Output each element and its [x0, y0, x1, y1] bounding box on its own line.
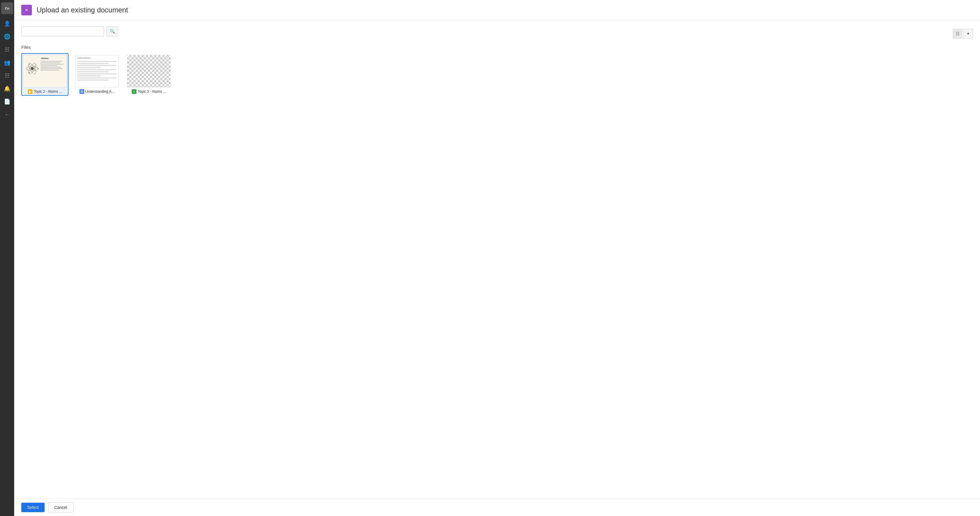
atoms-image: Atoms: [23, 55, 67, 87]
files-grid: Atoms: [21, 53, 973, 96]
svg-point-4: [38, 68, 39, 69]
slides-icon-1: ▶: [28, 89, 32, 94]
file-name-1: ▶ Topic 2 - Atoms ...: [28, 89, 62, 94]
settings-view-button[interactable]: ✦: [964, 29, 973, 38]
search-icon: 🔍: [110, 29, 115, 33]
svg-point-6: [29, 72, 30, 73]
file-thumbnail-2: Understanding A...: [75, 55, 119, 88]
sidebar-icon-globe[interactable]: 🌐: [1, 31, 13, 43]
svg-point-5: [29, 64, 30, 65]
sidebar-icon-list[interactable]: ☷: [1, 70, 13, 81]
dialog-footer: Select Cancel: [14, 498, 980, 516]
settings-icon: ✦: [966, 31, 970, 36]
files-label: Files: [21, 45, 973, 49]
checkerboard-image: [127, 55, 170, 87]
sidebar-icon-layers[interactable]: ☷: [1, 44, 13, 56]
sheets-icon-3: +: [132, 89, 137, 94]
dialog-title: Upload an existing document: [37, 6, 128, 14]
search-row: 🔍 ☷ ✦: [21, 26, 973, 41]
file-thumbnail-1: Atoms: [23, 55, 67, 88]
file-card-1[interactable]: Atoms: [21, 53, 68, 96]
file-thumbnail-3: [127, 55, 171, 88]
file-card-3[interactable]: + Topic 3 - Atoms ...: [125, 53, 172, 96]
dialog-header: × Upload an existing document: [14, 0, 980, 21]
file-name-3: + Topic 3 - Atoms ...: [132, 89, 166, 94]
search-bar: 🔍: [21, 26, 118, 36]
dialog-overlay: × Upload an existing document 🔍 ☷: [14, 0, 980, 516]
upload-dialog: × Upload an existing document 🔍 ☷: [14, 0, 980, 516]
atom-diagram: [25, 61, 39, 76]
cancel-button[interactable]: Cancel: [48, 502, 73, 513]
sidebar-icon-person[interactable]: 👤: [1, 18, 13, 30]
file-name-2: ☰ Understanding A...: [80, 89, 115, 94]
sidebar-icon-logout[interactable]: ←: [1, 109, 13, 121]
file-name-text-3: Topic 3 - Atoms ...: [138, 89, 166, 94]
file-name-text-1: Topic 2 - Atoms ...: [34, 89, 62, 94]
svg-point-0: [31, 67, 34, 70]
select-button[interactable]: Select: [21, 503, 45, 512]
grid-view-button[interactable]: ☷: [953, 29, 962, 38]
sidebar-brand: Co: [1, 2, 13, 14]
sidebar-icon-bell[interactable]: 🔔: [1, 83, 13, 94]
search-button[interactable]: 🔍: [106, 26, 118, 36]
main-area: × Upload an existing document 🔍 ☷: [14, 0, 980, 516]
docs-icon-2: ☰: [80, 89, 84, 94]
sidebar: Co 👤 🌐 ☷ 👥 ☷ 🔔 📄 ←: [0, 0, 14, 516]
grid-icon: ☷: [956, 31, 959, 36]
file-name-text-2: Understanding A...: [85, 89, 115, 94]
close-button[interactable]: ×: [21, 5, 32, 15]
search-input[interactable]: [21, 26, 104, 36]
file-card-2[interactable]: Understanding A...: [73, 53, 121, 96]
sidebar-icon-doc[interactable]: 📄: [1, 96, 13, 108]
dialog-body: 🔍 ☷ ✦ Files: [14, 21, 980, 498]
understanding-image: Understanding A...: [75, 55, 118, 87]
view-controls: ☷ ✦: [953, 29, 973, 38]
sidebar-icon-people[interactable]: 👥: [1, 57, 13, 68]
